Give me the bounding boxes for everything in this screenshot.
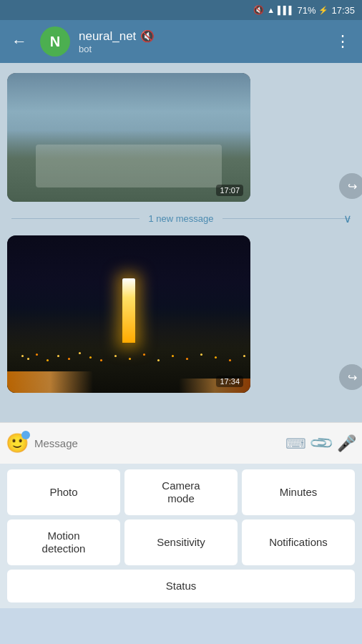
message-row: 17:07 ↪: [0, 70, 362, 205]
message-image-bubble-night: 17:34: [7, 235, 250, 393]
message-input[interactable]: [34, 437, 280, 449]
time-text: 17:35: [331, 5, 355, 16]
bot-button-row-1: Photo Cameramode Minutes: [7, 469, 355, 515]
signal-icon: ▌▌▌: [278, 6, 294, 14]
sensitivity-button[interactable]: Sensitivity: [124, 519, 238, 565]
chevron-down-icon[interactable]: ∨: [343, 212, 352, 225]
minutes-button[interactable]: Minutes: [242, 469, 355, 515]
camera-mode-button[interactable]: Cameramode: [124, 469, 238, 515]
more-button[interactable]: ⋮: [331, 28, 355, 55]
header-info: neural_net 🔇 bot: [79, 29, 322, 54]
status-bar: 🔇 ▲ ▌▌▌ 71% ⚡ 17:35: [0, 0, 362, 20]
chat-area: 17:07 ↪ 1 new message ∨ 17:34: [0, 63, 362, 422]
message-timestamp: 17:34: [216, 376, 243, 387]
chat-name: neural_net 🔇: [79, 29, 322, 44]
message-timestamp: 17:07: [216, 185, 243, 196]
status-button[interactable]: Status: [7, 570, 355, 602]
forward-button[interactable]: ↪: [339, 364, 362, 390]
status-icons: 🔇 ▲ ▌▌▌ 71% ⚡ 17:35: [253, 5, 355, 16]
battery-text: 71%: [297, 5, 315, 16]
city-night-image: [7, 235, 250, 393]
new-message-divider: 1 new message ∨: [0, 208, 362, 230]
city-day-image: [7, 73, 250, 202]
back-button[interactable]: ←: [7, 28, 31, 55]
message-row: 17:34 ↪: [0, 233, 362, 396]
forward-button[interactable]: ↪: [339, 173, 362, 199]
photo-button[interactable]: Photo: [7, 469, 120, 515]
bot-button-row-2: Motiondetection Sensitivity Notification…: [7, 519, 355, 565]
bot-button-row-3: Status: [7, 570, 355, 602]
divider-text: 1 new message: [140, 213, 222, 224]
tower-decoration: [122, 278, 135, 343]
chat-name-text: neural_net: [79, 29, 136, 44]
microphone-button[interactable]: 🎤: [337, 434, 356, 453]
input-area: 🙂 ⌨ 📎 🎤: [0, 422, 362, 464]
mute-icon: 🔇: [253, 5, 264, 15]
road-left-decoration: [7, 371, 93, 393]
bot-buttons-panel: Photo Cameramode Minutes Motiondetection…: [0, 464, 362, 608]
keyboard-button[interactable]: ⌨: [285, 435, 306, 452]
wifi-icon: ▲: [267, 6, 275, 14]
divider-line-left: [11, 218, 140, 219]
chat-subtitle: bot: [79, 44, 322, 54]
message-image-bubble: 17:07: [7, 73, 250, 202]
emoji-badge: [21, 431, 30, 439]
divider-line-right: [222, 218, 351, 219]
charging-icon: ⚡: [318, 6, 328, 15]
messages-container: 17:07 ↪ 1 new message ∨ 17:34: [0, 63, 362, 422]
emoji-button[interactable]: 🙂: [6, 432, 29, 454]
mute-icon: 🔇: [140, 29, 155, 43]
avatar: N: [40, 26, 70, 57]
notifications-button[interactable]: Notifications: [242, 519, 355, 565]
chat-header: ← N neural_net 🔇 bot ⋮: [0, 20, 362, 63]
motion-detection-button[interactable]: Motiondetection: [7, 519, 120, 565]
city-lights: [21, 355, 24, 357]
attach-button[interactable]: 📎: [308, 430, 335, 457]
